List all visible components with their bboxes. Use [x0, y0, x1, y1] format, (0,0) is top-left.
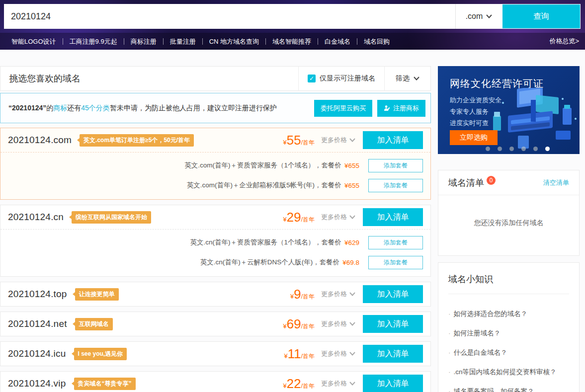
- filter-dropdown[interactable]: 筛选: [384, 67, 430, 90]
- domain-results-list: 20210124.com 英文.com单笔订单注册≥5个，50元/首年 ¥55/…: [0, 128, 431, 392]
- page-content: 挑选您喜欢的域名 ✓ 仅显示可注册域名 筛选 “20210124”的商标还有45…: [0, 50, 585, 392]
- search-button[interactable]: 查询: [502, 4, 580, 28]
- carousel-dot[interactable]: [521, 147, 526, 151]
- nav-item[interactable]: 智能LOGO设计: [5, 38, 63, 45]
- trademark-link[interactable]: 商标: [53, 104, 67, 112]
- banner-illustration: [488, 88, 580, 153]
- list-header: 挑选您喜欢的域名 ✓ 仅显示可注册域名 筛选: [0, 66, 431, 91]
- nav-item[interactable]: 工商注册9.9元起: [63, 38, 124, 45]
- tld-select[interactable]: .com: [455, 4, 502, 29]
- add-package-button[interactable]: 添加套餐: [368, 236, 423, 249]
- more-prices-toggle[interactable]: 更多价格: [321, 136, 355, 145]
- carousel-dot[interactable]: [498, 147, 502, 151]
- domain-knowledge-panel: 域名小知识 ·如何选择适合您的域名？·如何注册域名？·什么是白金域名？·.cn等…: [438, 262, 580, 392]
- trademark-notice-text: “20210124”的商标还有45个分类暂未申请，为防止被他人占用，建议立即注册…: [8, 104, 277, 113]
- package-description: 英文.com(首年)＋企业邮箱标准版5帐号(年)，套餐价: [187, 181, 341, 190]
- add-to-cart-button[interactable]: 加入清单: [363, 315, 423, 333]
- knowledge-title: 域名小知识: [448, 273, 569, 285]
- package-row: 英文.com(首年)＋企业邮箱标准版5帐号(年)，套餐价 ¥655 添加套餐: [0, 175, 430, 195]
- knowledge-link[interactable]: ·如何注册域名？: [448, 329, 569, 338]
- knowledge-link[interactable]: ·域名要备案吗，如何备案？: [448, 387, 569, 392]
- register-trademark-button[interactable]: 注册商标: [377, 100, 425, 117]
- domain-name: 20210124.vip: [8, 378, 66, 389]
- person-pen-icon: [384, 105, 390, 111]
- knowledge-link[interactable]: ·什么是白金域名？: [448, 348, 569, 357]
- page-title: 挑选您喜欢的域名: [0, 73, 81, 84]
- checkbox-checked-icon[interactable]: ✓: [308, 75, 316, 82]
- promo-banner[interactable]: 网络文化经营许可证 助力企业资质安全专家专人服务进度实时可查 立即选购: [438, 66, 580, 154]
- domain-cart-panel: 域名清单 0 清空清单 您还没有添加任何域名: [438, 170, 580, 256]
- more-prices-toggle[interactable]: 更多价格: [321, 213, 355, 222]
- add-package-button[interactable]: 添加套餐: [368, 179, 423, 192]
- chevron-down-icon: [486, 14, 492, 18]
- domain-promo-badge: 英文.com单笔订单注册≥5个，50元/首年: [80, 134, 194, 147]
- bullet-dot: ·: [448, 329, 451, 337]
- carousel-dot[interactable]: [533, 147, 538, 151]
- domain-name: 20210124.icu: [8, 348, 66, 359]
- entrust-aliyun-buy-button[interactable]: 委托阿里云购买: [314, 100, 372, 117]
- trademark-notice: “20210124”的商标还有45个分类暂未申请，为防止被他人占用，建议立即注册…: [0, 93, 431, 123]
- package-price: ¥655: [344, 182, 359, 189]
- add-package-button[interactable]: 添加套餐: [368, 256, 423, 269]
- cart-title: 域名清单: [448, 177, 484, 189]
- registrable-only-checkbox[interactable]: ✓ 仅显示可注册域名: [298, 67, 384, 90]
- top-nav: 智能LOGO设计工商注册9.9元起商标注册批量注册CN 地方域名查询域名智能推荐…: [0, 33, 585, 50]
- domain-search-input[interactable]: [4, 4, 455, 29]
- more-prices-toggle[interactable]: 更多价格: [321, 349, 355, 358]
- bullet-dot: ·: [448, 310, 451, 317]
- clear-cart-link[interactable]: 清空清单: [543, 178, 569, 187]
- chevron-down-icon: [349, 215, 355, 219]
- nav-item[interactable]: CN 地方域名查询: [203, 38, 266, 45]
- package-description: 英文.cn(首年)＋云解析DNS个人版(年)，套餐价: [200, 258, 340, 267]
- add-to-cart-button[interactable]: 加入清单: [363, 375, 423, 392]
- package-row: 英文.cn(首年)＋云解析DNS个人版(年)，套餐价 ¥69.8 添加套餐: [0, 252, 430, 272]
- carousel-dot[interactable]: [545, 147, 550, 151]
- filter-label: 筛选: [396, 74, 410, 83]
- more-prices-toggle[interactable]: 更多价格: [321, 290, 355, 299]
- banner-title: 网络文化经营许可证: [438, 66, 580, 90]
- more-prices-toggle[interactable]: 更多价格: [321, 319, 355, 328]
- bullet-dot: ·: [448, 388, 451, 392]
- carousel-dot[interactable]: [509, 147, 514, 151]
- add-to-cart-button[interactable]: 加入清单: [363, 285, 423, 303]
- price-overview-link[interactable]: 价格总览>: [549, 37, 580, 46]
- main-column: 挑选您喜欢的域名 ✓ 仅显示可注册域名 筛选 “20210124”的商标还有45…: [0, 66, 431, 392]
- domain-search-bar: .com 查询: [4, 4, 581, 29]
- package-row: 英文.com(首年)＋资质管家服务（1个域名），套餐价 ¥655 添加套餐: [0, 156, 430, 175]
- chevron-down-icon: [349, 382, 355, 386]
- domain-promo-badge: 贵宾域名“尊贵专享”: [74, 378, 136, 390]
- domain-row: 20210124.icu I see you,遇见你 ¥11/首年 更多价格 加…: [0, 341, 431, 366]
- chevron-down-icon: [414, 77, 419, 80]
- domain-promo-badge: 互联网域名: [75, 318, 113, 330]
- nav-item[interactable]: 白金域名: [318, 38, 357, 45]
- package-price: ¥655: [344, 162, 359, 169]
- hero-banner: .com 查询 智能LOGO设计工商注册9.9元起商标注册批量注册CN 地方域名…: [0, 0, 585, 50]
- domain-row: 20210124.net 互联网域名 ¥69/首年 更多价格 加入清单: [0, 312, 431, 336]
- knowledge-link[interactable]: ·如何选择适合您的域名？: [448, 310, 569, 318]
- nav-item[interactable]: 商标注册: [124, 38, 164, 45]
- domain-name: 20210124.top: [8, 289, 67, 300]
- domain-name: 20210124.cn: [8, 212, 64, 223]
- nav-item[interactable]: 批量注册: [164, 38, 203, 45]
- add-to-cart-button[interactable]: 加入清单: [363, 131, 423, 149]
- banner-cta-button[interactable]: 立即选购: [450, 130, 498, 145]
- bullet-dot: ·: [448, 368, 451, 376]
- domain-row: 20210124.vip 贵宾域名“尊贵专享” ¥22/首年 更多价格 加入清单: [0, 371, 431, 392]
- more-prices-toggle[interactable]: 更多价格: [321, 379, 355, 388]
- add-to-cart-button[interactable]: 加入清单: [363, 345, 423, 363]
- carousel-dot[interactable]: [486, 147, 490, 151]
- cart-empty-text: 您还没有添加任何域名: [438, 195, 579, 255]
- add-to-cart-button[interactable]: 加入清单: [363, 208, 423, 226]
- knowledge-link[interactable]: ·.cn等国内域名如何提交资料审核？: [448, 368, 569, 377]
- chevron-down-icon: [349, 352, 355, 356]
- package-price: ¥69.8: [342, 259, 359, 266]
- nav-item[interactable]: 域名智能推荐: [266, 38, 318, 45]
- domain-name: 20210124.net: [8, 318, 67, 329]
- domain-row: 20210124.cn 缤纷互联网从国家域名开始 ¥29/首年 更多价格 加入清…: [0, 205, 431, 277]
- nav-item[interactable]: 域名回购: [357, 38, 396, 45]
- domain-price: ¥9/首年: [290, 287, 315, 302]
- add-package-button[interactable]: 添加套餐: [368, 159, 423, 172]
- domain-promo-badge: 缤纷互联网从国家域名开始: [72, 211, 151, 224]
- package-description: 英文.com(首年)＋资质管家服务（1个域名），套餐价: [184, 161, 341, 170]
- trademark-classes-link[interactable]: 45个分类: [81, 104, 110, 112]
